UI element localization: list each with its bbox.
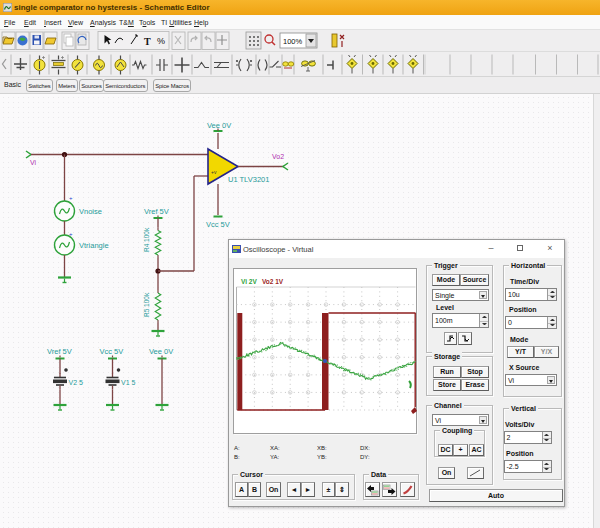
svg-text:+: + (69, 195, 73, 201)
svg-text:Vcc 5V: Vcc 5V (100, 347, 124, 356)
svg-text:R5 100k: R5 100k (143, 292, 150, 317)
svg-text:T: T (144, 36, 151, 47)
svg-text:Vtriangle: Vtriangle (79, 241, 109, 250)
svg-text:Vo2 1V: Vo2 1V (262, 278, 284, 285)
svg-text:Vcc 5V: Vcc 5V (206, 220, 230, 229)
svg-text:Vee 0V: Vee 0V (207, 121, 231, 130)
svg-text:V1 5: V1 5 (121, 379, 136, 386)
svg-text:Vi 2V: Vi 2V (241, 278, 257, 285)
svg-text:Vo2: Vo2 (272, 153, 284, 160)
svg-text:%: % (157, 36, 165, 46)
svg-text:Vee 0V: Vee 0V (149, 347, 173, 356)
svg-text:+v: +v (211, 169, 217, 175)
svg-text:V2 5: V2 5 (69, 379, 84, 386)
svg-text:U1 TLV3201: U1 TLV3201 (228, 175, 269, 184)
svg-text:Vnoise: Vnoise (79, 207, 102, 216)
svg-text:R4 100k: R4 100k (143, 227, 150, 252)
svg-text:+: + (69, 231, 73, 237)
svg-text:Vref 5V: Vref 5V (47, 347, 72, 356)
svg-text:Vi: Vi (30, 159, 37, 166)
svg-text:100%: 100% (283, 37, 303, 46)
svg-text:Vref 5V: Vref 5V (144, 207, 169, 216)
